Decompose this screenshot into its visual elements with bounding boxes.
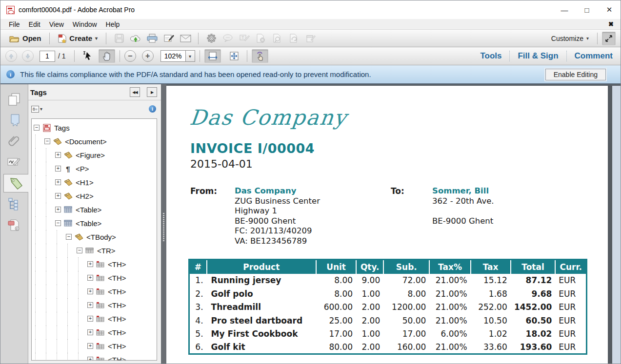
tree-item[interactable]: −<TBody> [32, 230, 157, 244]
panel-splitter[interactable] [161, 84, 166, 364]
delete-page-icon [257, 34, 265, 43]
expand-icon[interactable]: + [87, 275, 93, 281]
attachments-icon[interactable] [4, 132, 24, 151]
zoom-dropdown-button[interactable]: ▾ [186, 50, 195, 62]
comment-pane-button[interactable]: Comment [567, 51, 616, 61]
tree-item[interactable]: +<TH> [32, 312, 157, 326]
tree-item[interactable]: +<TH> [32, 339, 157, 353]
expand-icon[interactable]: + [55, 152, 61, 158]
menubar-close-icon[interactable]: ✖ [608, 20, 617, 28]
tree-item[interactable]: +¶<P> [32, 162, 157, 175]
expand-icon[interactable]: + [55, 166, 61, 172]
info-icon[interactable]: i [149, 105, 156, 113]
open-button[interactable]: Open [5, 32, 45, 44]
tree-item[interactable]: +<Figure> [32, 148, 157, 162]
expand-icon[interactable]: + [87, 261, 93, 267]
page-total-label: / 1 [58, 52, 66, 60]
collapse-panel-button[interactable]: ◀◀ [130, 87, 140, 97]
email-button[interactable] [177, 32, 194, 45]
content-icon[interactable]: i [4, 216, 24, 234]
panel-menu-button[interactable]: ▶ [147, 87, 157, 97]
cloud-upload-button[interactable] [127, 32, 144, 45]
sign-document-button[interactable] [160, 32, 177, 45]
zoom-out-icon: − [128, 52, 132, 60]
tree-item[interactable]: +<TH> [32, 285, 157, 298]
zoom-out-button[interactable]: − [124, 50, 136, 62]
touch-mode-button[interactable] [252, 49, 268, 63]
table-cell: My First Cookbook [207, 327, 316, 341]
tree-guide [35, 339, 42, 353]
page-number-input[interactable]: 1 [40, 51, 55, 62]
print-button[interactable] [144, 32, 160, 45]
maximize-button[interactable]: □ [576, 0, 598, 19]
table-cell: 2.00 [356, 301, 383, 314]
paragraph-icon: ¶ [63, 165, 73, 173]
collapse-icon[interactable]: − [66, 234, 72, 240]
tools-pane-button[interactable]: Tools [472, 51, 509, 61]
table-cell-icon [96, 301, 105, 309]
tree-guide [57, 257, 64, 271]
tree-item[interactable]: +<TH> [32, 257, 157, 271]
tags-icon[interactable] [3, 174, 28, 192]
expand-icon[interactable]: + [87, 357, 93, 361]
tree-item[interactable]: +<H2> [32, 189, 157, 203]
menu-edit[interactable]: Edit [24, 20, 45, 28]
bookmarks-icon[interactable] [4, 111, 24, 130]
table-cell: Running jersey [207, 274, 316, 287]
tree-item[interactable]: −<Document> [32, 134, 157, 148]
preferences-button[interactable] [203, 32, 220, 45]
expand-icon[interactable]: + [87, 343, 93, 349]
collapse-icon[interactable]: − [55, 220, 61, 226]
fit-width-button[interactable] [204, 49, 221, 63]
close-button[interactable]: ✕ [598, 0, 621, 19]
tree-item[interactable]: −Tags [32, 121, 157, 134]
tree-item[interactable]: −<TR> [32, 244, 157, 257]
expand-icon[interactable]: + [87, 302, 93, 308]
zoom-level-input[interactable]: 102% [160, 50, 186, 62]
expand-icon[interactable]: + [55, 179, 61, 185]
tree-guide [67, 353, 75, 361]
tree-item[interactable]: +<TH> [32, 271, 157, 285]
tree-item[interactable]: −<Table> [32, 216, 157, 230]
signatures-icon[interactable] [4, 153, 24, 172]
minimize-button[interactable]: — [553, 0, 576, 19]
tree-guide [67, 298, 75, 312]
menu-help[interactable]: Help [101, 20, 124, 28]
table-header-cell: Sub. [383, 260, 429, 274]
expand-icon[interactable]: + [55, 207, 61, 212]
tree-item[interactable]: +<TH> [32, 326, 157, 339]
collapse-icon[interactable]: − [44, 138, 50, 144]
collapse-icon[interactable]: − [34, 125, 40, 131]
page-thumbnails-icon[interactable] [4, 90, 24, 109]
select-tool-button[interactable] [79, 49, 96, 63]
address-line [432, 206, 494, 216]
tree-item[interactable]: +<H1> [32, 175, 157, 189]
tree-guide [78, 285, 85, 298]
expand-icon[interactable]: + [87, 316, 93, 322]
hand-tool-button[interactable] [99, 49, 115, 63]
expand-icon[interactable]: + [55, 193, 61, 199]
menu-view[interactable]: View [45, 20, 68, 28]
tree-item[interactable]: +<Table> [32, 203, 157, 216]
customize-button[interactable]: Customize ▾ [547, 33, 593, 44]
chevron-down-icon: ▾ [40, 106, 42, 112]
fill-sign-pane-button[interactable]: Fill & Sign [510, 51, 566, 61]
menu-file[interactable]: File [4, 20, 24, 28]
fit-page-button[interactable] [226, 49, 242, 63]
expand-panes-button[interactable] [602, 32, 616, 45]
select-tool-icon [83, 51, 92, 61]
collapse-icon[interactable]: − [77, 248, 82, 253]
options-menu-icon[interactable]: 8= ▾ [31, 106, 42, 113]
menu-window[interactable]: Window [68, 20, 101, 28]
zoom-in-button[interactable]: + [142, 50, 154, 62]
table-cell: 1200.00 [383, 301, 429, 314]
tree-item[interactable]: +<TH> [32, 353, 157, 361]
company-logo: Das Company [188, 105, 348, 130]
enable-editing-button[interactable]: Enable Editing [545, 69, 606, 80]
create-button[interactable]: Create ▾ [54, 32, 101, 45]
expand-icon[interactable]: + [87, 329, 93, 335]
order-icon[interactable] [4, 195, 24, 213]
tree-guide [57, 339, 64, 353]
expand-icon[interactable]: + [87, 288, 93, 294]
tree-item[interactable]: +<TH> [32, 298, 157, 312]
